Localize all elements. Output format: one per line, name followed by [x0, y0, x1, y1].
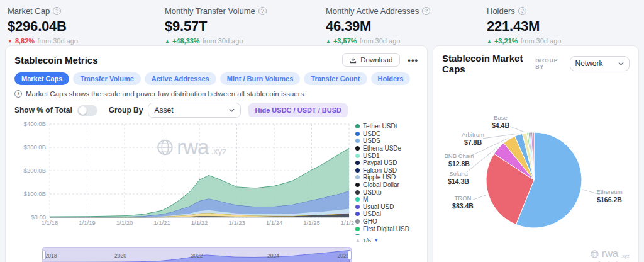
tab-transfer-count[interactable]: Transfer Count	[304, 72, 367, 85]
tab-mint-burn-volumes[interactable]: Mint / Burn Volumes	[220, 72, 301, 85]
chart-legend: Tether USDtUSDCUSDSEthena USDeUSD1Paypal…	[354, 120, 418, 244]
info-text: Market Caps shows the scale and power la…	[26, 90, 306, 98]
toggle-knob	[79, 106, 87, 115]
legend-label: Paypal USD	[363, 159, 397, 166]
legend-label: GHO	[363, 218, 377, 225]
legend-page-down-icon[interactable]: ▼	[374, 237, 379, 243]
chevron-down-icon	[229, 108, 235, 112]
stat-label: Market Cap	[8, 6, 50, 16]
metric-tabs: Market CapsTransfer VolumeActive Address…	[14, 72, 418, 85]
legend-label: USDai	[363, 210, 381, 217]
market-caps-panel: Stablecoin Market Caps GROUP BY Network …	[433, 45, 639, 262]
legend-item-global-dollar[interactable]: Global Dollar	[355, 181, 418, 189]
hide-stablecoins-button[interactable]: Hide USDC / USDT / BUSD	[248, 103, 348, 117]
legend-item-usdtb[interactable]: USDtb	[355, 188, 418, 196]
stat-label: Holders	[487, 6, 515, 16]
svg-text:Base: Base	[494, 114, 508, 121]
network-select[interactable]: Network	[570, 56, 630, 71]
stat-monthly-transfer-volume: Monthly Transfer Volume?$9.57T▲+48,33%fr…	[165, 6, 326, 45]
download-button[interactable]: Download	[342, 53, 400, 67]
svg-text:$100.0B: $100.0B	[24, 190, 46, 197]
stat-value: 221.43M	[487, 18, 644, 35]
legend-item-usual-usd[interactable]: Usual USD	[355, 203, 418, 211]
stat-value: $296.04B	[8, 18, 165, 35]
more-menu-button[interactable]: •••	[408, 55, 418, 65]
legend-item-usd1[interactable]: USD1	[355, 152, 418, 159]
rwa-watermark: rwa .xyz	[587, 248, 630, 260]
svg-text:2022: 2022	[191, 253, 203, 259]
legend-item-paypal-usd[interactable]: Paypal USD	[355, 159, 418, 167]
info-row: i Market Caps shows the scale and power …	[14, 90, 418, 98]
svg-text:$400.0B: $400.0B	[24, 120, 46, 127]
help-icon[interactable]: ?	[258, 7, 267, 15]
legend-dot	[355, 124, 360, 128]
svg-text:1/1/23: 1/1/23	[228, 219, 245, 226]
svg-text:1/1/20: 1/1/20	[116, 219, 133, 226]
svg-text:2018: 2018	[45, 253, 57, 259]
tab-holders[interactable]: Holders	[371, 72, 411, 85]
svg-text:$200.0B: $200.0B	[24, 167, 46, 174]
tab-transfer-volume[interactable]: Transfer Volume	[73, 72, 140, 85]
legend-item-m[interactable]: M	[355, 196, 418, 203]
legend-item-usds[interactable]: USDS	[355, 137, 418, 145]
legend-dot	[355, 197, 360, 202]
help-icon[interactable]: ?	[422, 7, 430, 15]
legend-item-tether-usdt[interactable]: Tether USDt	[355, 123, 418, 130]
legend-dot	[355, 146, 360, 151]
pie-chart: Ethereum$166.2BTRON$83.4BSolana$14.3BBNB…	[442, 76, 630, 238]
download-label: Download	[360, 56, 392, 64]
stats-row: Market Cap?$296.04B▼8,82%from 30d agoMon…	[0, 0, 644, 45]
legend-item-falcon-usd[interactable]: Falcon USD	[355, 167, 418, 174]
legend-list: Tether USDtUSDCUSDSEthena USDeUSD1Paypal…	[355, 123, 418, 235]
stat-value: $9.57T	[165, 18, 326, 35]
svg-text:1/1/22: 1/1/22	[191, 219, 208, 226]
help-icon[interactable]: ?	[53, 7, 61, 15]
legend-label: Tether USDt	[363, 123, 397, 130]
stat-delta-period: from 30d ago	[360, 37, 401, 45]
stat-label: Monthly Transfer Volume	[165, 6, 255, 16]
legend-item-gho[interactable]: GHO	[355, 218, 418, 225]
up-triangle-icon: ▲	[326, 38, 331, 44]
legend-item-usdc[interactable]: USDC	[355, 130, 418, 138]
legend-page-up-icon[interactable]: ▲	[355, 237, 360, 243]
chart-controls: Show % of Total Group By Asset Hide USDC…	[14, 103, 418, 118]
legend-dot	[355, 168, 360, 173]
legend-label: M	[363, 196, 368, 203]
caps-panel-footer: rwa .xyz as of 01/29/2026	[587, 248, 630, 262]
svg-text:1/1/18: 1/1/18	[42, 219, 58, 226]
stat-delta-value: +3,57%	[333, 37, 357, 45]
legend-label: USD1	[363, 152, 380, 159]
show-percent-toggle[interactable]	[77, 105, 97, 116]
tab-market-caps[interactable]: Market Caps	[14, 72, 69, 85]
stat-delta-value: 8,82%	[15, 37, 35, 45]
legend-item-usdai[interactable]: USDai	[355, 210, 418, 218]
stat-label: Monthly Active Addresses	[326, 6, 419, 16]
up-triangle-icon: ▲	[487, 38, 492, 44]
svg-text:$4.4B: $4.4B	[492, 122, 509, 129]
legend-item-item[interactable]	[355, 232, 418, 235]
area-chart-svg[interactable]: $400.0B$300.0B$200.0B$100.0B$0.001/1/181…	[14, 120, 354, 229]
svg-text:1/1/25: 1/1/25	[303, 219, 319, 226]
chevron-down-icon	[618, 62, 624, 66]
svg-text:2020: 2020	[114, 253, 126, 259]
pie-chart-svg[interactable]: Ethereum$166.2BTRON$83.4BSolana$14.3BBNB…	[442, 76, 631, 238]
legend-dot	[355, 132, 360, 136]
watermark-suffix: .xyz	[621, 253, 630, 260]
chart-row: $400.0B$300.0B$200.0B$100.0B$0.001/1/181…	[14, 120, 418, 244]
globe-icon	[590, 249, 599, 259]
legend-dot	[355, 205, 360, 209]
legend-label: USDtb	[363, 189, 381, 196]
down-triangle-icon: ▼	[8, 38, 13, 44]
timeline-brush-svg[interactable]: 20182020202220242026	[42, 246, 352, 262]
legend-item-ethena-usde[interactable]: Ethena USDe	[355, 145, 418, 152]
legend-dot	[355, 212, 360, 216]
group-by-select[interactable]: Asset	[148, 103, 241, 118]
svg-text:$83.4B: $83.4B	[452, 202, 474, 210]
legend-item-ripple-usd[interactable]: Ripple USD	[355, 174, 418, 181]
legend-label: USDC	[363, 130, 380, 137]
legend-dot	[355, 227, 360, 231]
help-icon[interactable]: ?	[518, 7, 526, 15]
svg-text:BNB Chain: BNB Chain	[445, 152, 474, 159]
legend-item-first-digital-usd[interactable]: First Digital USD	[355, 225, 418, 232]
tab-active-addresses[interactable]: Active Addresses	[145, 72, 216, 85]
